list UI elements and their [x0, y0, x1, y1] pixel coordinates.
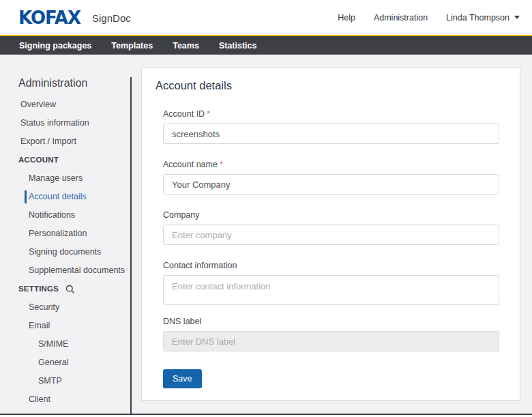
sidebar-item-general[interactable]: General	[0, 354, 130, 372]
save-button[interactable]: Save	[163, 369, 202, 388]
chevron-down-icon	[514, 16, 520, 19]
main-navbar: Signing packages Templates Teams Statist…	[0, 36, 532, 55]
search-icon[interactable]	[65, 285, 75, 294]
admin-sidebar: Administration Overview Status informati…	[0, 55, 130, 409]
administration-link[interactable]: Administration	[374, 13, 428, 23]
sidebar-item-supplemental-documents[interactable]: Supplemental documents	[0, 261, 130, 280]
dns-label-input	[163, 331, 499, 351]
sidebar-section-account: ACCOUNT	[0, 151, 130, 169]
nav-signing-packages[interactable]: Signing packages	[19, 41, 91, 51]
sidebar-title: Administration	[18, 77, 130, 89]
company-label: Company	[163, 210, 499, 220]
header-links: Help Administration Linda Thompson	[338, 13, 520, 23]
contact-information-input[interactable]	[163, 275, 499, 305]
sidebar-item-email[interactable]: Email	[0, 317, 130, 335]
account-name-label: Account name*	[163, 159, 499, 170]
app-header: KOFAX SignDoc Help Administration Linda …	[0, 0, 532, 35]
account-id-input[interactable]	[163, 124, 499, 144]
kofax-logo: KOFAX	[18, 9, 80, 27]
contact-information-label: Contact information	[163, 260, 499, 271]
content-area: Administration Overview Status informati…	[0, 55, 532, 417]
account-details-form: Account ID* Account name* Company Contac…	[142, 109, 520, 388]
sidebar-item-account-details[interactable]: Account details	[0, 188, 130, 206]
required-marker: *	[207, 109, 210, 119]
sidebar-section-settings-label: SETTINGS	[18, 280, 59, 298]
nav-templates[interactable]: Templates	[111, 41, 153, 51]
sidebar-item-personalization[interactable]: Personalization	[0, 225, 130, 243]
sidebar-item-manage-users[interactable]: Manage users	[0, 169, 130, 188]
user-menu[interactable]: Linda Thompson	[446, 13, 520, 23]
product-name: SignDoc	[92, 11, 131, 24]
account-details-card: Account details Account ID* Account name…	[141, 68, 520, 401]
company-input[interactable]	[163, 225, 499, 245]
required-marker: *	[220, 160, 223, 169]
sidebar-list: Overview Status information Export / Imp…	[0, 96, 130, 409]
sidebar-item-signing-documents[interactable]: Signing documents	[0, 243, 130, 261]
sidebar-item-smtp[interactable]: SMTP	[0, 372, 130, 390]
sidebar-item-overview[interactable]: Overview	[0, 96, 130, 114]
help-link[interactable]: Help	[338, 13, 355, 23]
nav-teams[interactable]: Teams	[173, 41, 199, 51]
page-title: Account details	[156, 79, 520, 92]
nav-statistics[interactable]: Statistics	[219, 41, 257, 51]
sidebar-item-security[interactable]: Security	[0, 298, 130, 317]
user-name: Linda Thompson	[446, 13, 509, 23]
sidebar-item-status-information[interactable]: Status information	[0, 114, 130, 132]
sidebar-section-settings: SETTINGS	[0, 280, 130, 298]
sidebar-divider	[130, 77, 132, 414]
account-id-label: Account ID*	[163, 109, 499, 119]
dns-label-label: DNS label	[163, 316, 499, 327]
sidebar-item-client[interactable]: Client	[0, 390, 130, 409]
sidebar-item-notifications[interactable]: Notifications	[0, 206, 130, 225]
sidebar-item-export-import[interactable]: Export / Import	[0, 132, 130, 151]
account-name-input[interactable]	[163, 174, 499, 195]
sidebar-item-smime[interactable]: S/MIME	[0, 335, 130, 354]
